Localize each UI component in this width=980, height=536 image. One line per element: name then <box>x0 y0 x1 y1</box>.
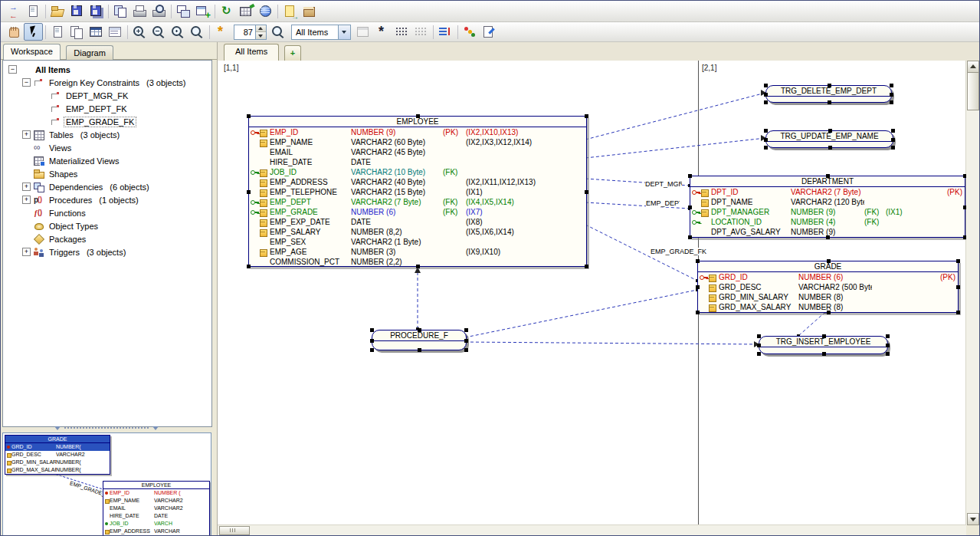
selection-handle[interactable] <box>416 114 420 118</box>
page-setup-icon[interactable] <box>111 2 130 20</box>
table-title[interactable]: GRADE <box>698 261 958 272</box>
zoom-out-icon[interactable] <box>149 23 169 41</box>
selection-handle[interactable] <box>370 339 374 343</box>
edge-label-emp-dept-fk[interactable]: EMP_DEPT_FK <box>646 199 680 207</box>
selection-handle[interactable] <box>585 265 588 268</box>
preview-table-grade[interactable]: GRADE GRD_ID NUMBER( GRD_DESC VARCHAR2 <box>5 435 110 475</box>
scroll-down-button[interactable] <box>967 513 979 525</box>
auto-layout-icon[interactable] <box>373 23 392 41</box>
selection-handle[interactable] <box>464 348 468 352</box>
tree-item[interactable]: Shapes <box>3 167 211 180</box>
preview-table-row[interactable]: EMP_ID NUMBER ( <box>103 489 209 497</box>
shape-procedure-f[interactable]: PROCEDURE_F <box>372 330 467 350</box>
expand-toggle[interactable] <box>22 248 31 256</box>
table-employee[interactable]: EMPLOYEE EMP_ID NUMBER (9) (PK) (IX2,IX1… <box>248 116 587 267</box>
selection-handle[interactable] <box>826 235 830 239</box>
tab-workspace[interactable]: Workspace <box>3 44 61 60</box>
sync-model-icon[interactable] <box>5 2 24 20</box>
table-row[interactable]: DPT_ID VARCHAR2 (7 Byte) (PK) <box>690 187 965 197</box>
selection-handle[interactable] <box>764 138 768 142</box>
add-diagram-tab[interactable]: + <box>284 45 301 61</box>
table-row[interactable]: EMP_ADDRESS VARCHAR2 (40 Byte) (IX2,IX11… <box>249 177 586 187</box>
selection-handle[interactable] <box>890 84 893 87</box>
expand-toggle[interactable] <box>22 130 31 139</box>
selection-handle[interactable] <box>890 100 893 104</box>
selection-handle[interactable] <box>696 285 700 289</box>
preview-table-row[interactable]: GRD_DESC VARCHAR2 <box>5 451 110 459</box>
selection-handle[interactable] <box>886 334 890 338</box>
collapse-arrow-icon[interactable] <box>54 426 61 430</box>
selection-handle[interactable] <box>956 311 960 314</box>
table-row[interactable]: GRD_DESC VARCHAR2 (500 Byte) <box>698 282 958 292</box>
horizontal-scrollbar[interactable] <box>218 524 966 535</box>
selection-handle[interactable] <box>828 84 831 87</box>
selection-handle[interactable] <box>891 146 895 150</box>
tree-item[interactable]: EMP_DEPT_FK <box>3 102 211 115</box>
diagram-report-icon[interactable] <box>480 23 499 41</box>
selection-handle[interactable] <box>696 259 700 263</box>
edge-label-emp-grade-fk[interactable]: EMP_GRADE_FK <box>651 248 706 255</box>
selection-handle[interactable] <box>688 174 692 178</box>
zoom-decrease-button[interactable] <box>256 32 266 39</box>
chevron-down-icon[interactable] <box>338 25 350 39</box>
panel-splitter[interactable] <box>2 425 211 431</box>
selection-handle[interactable] <box>418 328 421 332</box>
horizontal-scroll-thumb[interactable] <box>219 526 250 535</box>
collapse-arrow-icon[interactable] <box>152 426 159 430</box>
table-row[interactable]: LOCATION_ID NUMBER (4) (FK) <box>690 217 965 227</box>
print-icon[interactable] <box>130 2 149 20</box>
preview-table-row[interactable]: EMAIL VARCHAR2 <box>103 505 209 512</box>
selection-handle[interactable] <box>464 339 468 343</box>
selection-handle[interactable] <box>822 352 826 356</box>
edge-label-dept-mgr-fk[interactable]: DEPT_MGR_FK <box>645 180 682 188</box>
tree-item[interactable]: EMP_GRADE_FK <box>3 115 211 128</box>
shape-title[interactable]: TRG_UPDATE_EMP_NAME <box>766 131 893 142</box>
save-all-icon[interactable] <box>87 2 106 20</box>
preview-table-row[interactable]: EMP_NAME VARCHAR2 <box>103 497 209 505</box>
show-grid-icon[interactable] <box>392 23 411 41</box>
shape-trg-update-emp-name[interactable]: TRG_UPDATE_EMP_NAME <box>765 130 893 148</box>
tree-item[interactable]: Foreign Key Constraints (3 objects) <box>3 76 211 89</box>
selection-handle[interactable] <box>886 344 890 347</box>
selection-handle[interactable] <box>757 344 761 347</box>
selection-handle[interactable] <box>370 348 374 352</box>
table-row[interactable]: EMP_AGE NUMBER (3) (IX9,IX10) <box>249 247 586 257</box>
selection-handle[interactable] <box>828 100 831 104</box>
selection-handle[interactable] <box>886 352 890 356</box>
selection-handle[interactable] <box>764 84 768 87</box>
new-window-icon[interactable] <box>193 2 212 20</box>
selection-handle[interactable] <box>688 206 692 209</box>
selection-handle[interactable] <box>764 93 768 97</box>
selection-handle[interactable] <box>585 114 588 118</box>
refresh-icon[interactable] <box>218 2 237 20</box>
selection-handle[interactable] <box>826 174 830 178</box>
table-row[interactable]: EMP_SALARY NUMBER (8,2) (IX5,IX6,IX14) <box>249 227 586 237</box>
selection-handle[interactable] <box>757 352 761 356</box>
table-row[interactable]: DPT_MANAGER NUMBER (9) (FK) (IX1) <box>690 207 965 217</box>
selection-handle[interactable] <box>891 129 895 133</box>
table-row[interactable]: GRD_ID NUMBER (6) (PK) <box>698 272 958 282</box>
select-cursor-icon[interactable] <box>24 23 43 41</box>
open-file-icon[interactable] <box>48 2 67 20</box>
selection-handle[interactable] <box>247 190 251 194</box>
zoom-increase-button[interactable] <box>256 25 266 33</box>
selection-handle[interactable] <box>963 206 966 209</box>
tab-all-items[interactable]: All Items <box>224 44 279 61</box>
table-row[interactable]: EMP_ID NUMBER (9) (PK) (IX2,IX10,IX13) <box>249 127 586 137</box>
shape-trg-insert-employee[interactable]: TRG_INSERT_EMPLOYEE <box>759 336 888 354</box>
zoom-fit-icon[interactable] <box>169 23 188 41</box>
table-row[interactable]: EMAIL VARCHAR2 (45 Byte) <box>249 147 586 157</box>
tab-diagram[interactable]: Diagram <box>66 45 113 60</box>
tree-item[interactable]: Views <box>3 141 211 154</box>
generate-ddl-icon[interactable] <box>280 2 300 20</box>
table-grade[interactable]: GRADE GRD_ID NUMBER (6) (PK) <box>697 261 959 313</box>
scroll-up-button[interactable] <box>967 61 979 73</box>
selection-handle[interactable] <box>828 146 832 150</box>
pan-hand-icon[interactable] <box>5 23 24 41</box>
table-row[interactable]: JOB_ID VARCHAR2 (10 Byte) (FK) <box>249 167 586 177</box>
tree-item[interactable]: All Items <box>3 63 211 76</box>
vertical-scrollbar[interactable] <box>965 61 979 525</box>
print-preview-icon[interactable] <box>149 2 169 20</box>
selection-handle[interactable] <box>963 235 966 239</box>
selection-handle[interactable] <box>757 334 761 338</box>
